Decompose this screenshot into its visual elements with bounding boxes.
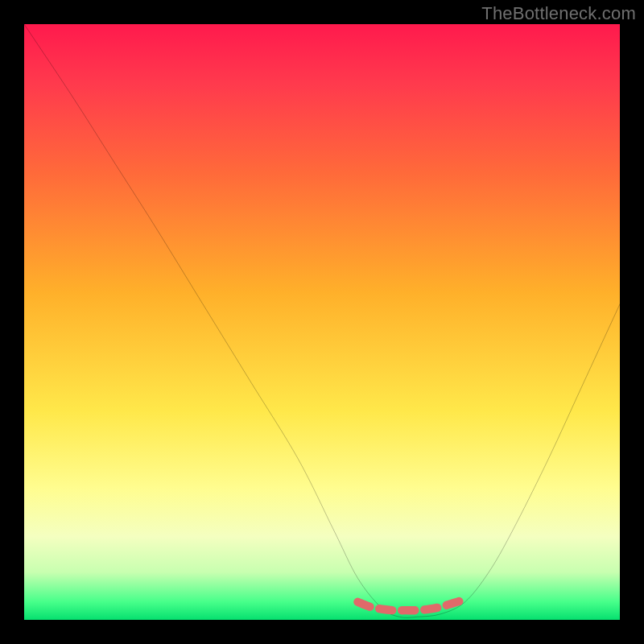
- plot-area: [24, 24, 620, 620]
- watermark-text: TheBottleneck.com: [481, 3, 636, 24]
- bottleneck-curve: [24, 24, 620, 617]
- ideal-band: [357, 600, 464, 610]
- chart-svg: [24, 24, 620, 620]
- chart-stage: TheBottleneck.com: [0, 0, 644, 644]
